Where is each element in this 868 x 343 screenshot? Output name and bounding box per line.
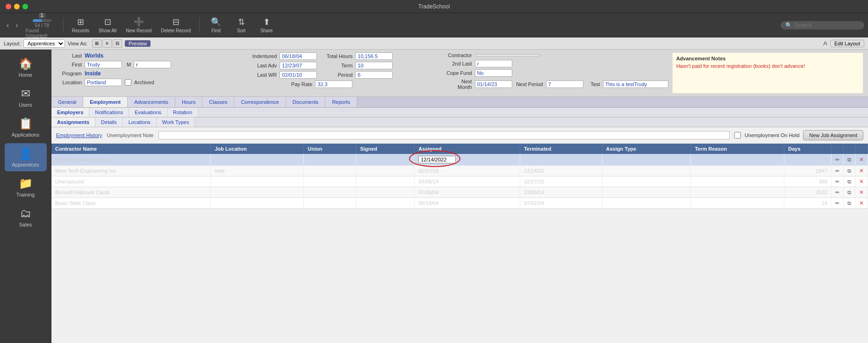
cell-delete-icon[interactable]: ✕ xyxy=(855,166,868,176)
cell-union xyxy=(304,154,356,166)
employer-tab-rotation[interactable]: Rotation xyxy=(167,108,198,117)
employer-tab-evaluations[interactable]: Evaluations xyxy=(129,108,167,117)
assignment-tab-work_types[interactable]: Work Types xyxy=(157,117,195,127)
employment-history-link[interactable]: Employment History xyxy=(56,132,102,138)
search-input[interactable] xyxy=(794,22,860,29)
employer-subtab-bar: EmployersNotificationsEvaluationsRotatio… xyxy=(51,108,868,117)
sidebar-label-apprentices: Apprentices xyxy=(12,162,39,168)
cell-term_reason xyxy=(691,187,784,198)
cell-edit-icon[interactable]: ✏ xyxy=(832,198,844,209)
header-col3: Contractor 2nd Last r Cope Fund No Next … xyxy=(446,52,668,90)
cell-edit-icon[interactable]: ✏ xyxy=(832,154,844,166)
cell-contractor_name: Bennett Hallmark Cards xyxy=(51,154,211,166)
delete-icon[interactable]: ✕ xyxy=(859,200,864,206)
fullscreen-button[interactable] xyxy=(22,4,28,9)
employer-tab-notifications[interactable]: Notifications xyxy=(89,108,129,117)
cell-copy-icon[interactable]: ⧉ xyxy=(844,154,855,166)
delete-record-button[interactable]: ⊟ Delete Record xyxy=(157,15,194,35)
cell-term_reason xyxy=(691,166,784,176)
main-tab-classes[interactable]: Classes xyxy=(202,97,234,107)
table-row[interactable]: Bennett Hallmark Cards07/06/0403/08/1435… xyxy=(51,187,868,198)
cell-signed xyxy=(356,154,415,166)
emp-right: Unemployment On Hold New Job Assignment xyxy=(734,130,863,140)
edit-icon[interactable]: ✏ xyxy=(835,200,839,206)
unemp-note-input[interactable] xyxy=(158,131,730,139)
last-adv-value: 12/23/07 xyxy=(280,62,317,69)
sidebar-item-users[interactable]: ✉ Users xyxy=(5,83,47,111)
forward-button[interactable]: › xyxy=(13,19,21,31)
new-job-assignment-button[interactable]: New Job Assignment xyxy=(803,130,863,140)
main-tab-reports[interactable]: Reports xyxy=(325,97,357,107)
cell-edit-icon[interactable]: ✏ xyxy=(832,176,844,187)
delete-icon[interactable]: ✕ xyxy=(859,178,864,185)
term-label: Term xyxy=(320,63,352,68)
employer-tab-employers[interactable]: Employers xyxy=(51,108,89,117)
minimize-button[interactable] xyxy=(14,4,20,9)
copy-icon[interactable]: ⧉ xyxy=(847,168,851,174)
table-row[interactable]: Bennett Hallmark Cards?✏⧉✕ xyxy=(51,154,868,166)
back-button[interactable]: ‹ xyxy=(4,19,12,31)
view-form-button[interactable]: ⊞ xyxy=(92,39,101,48)
preview-button[interactable]: Preview xyxy=(125,40,151,47)
delete-icon[interactable]: ✕ xyxy=(859,189,864,196)
cell-edit-icon[interactable]: ✏ xyxy=(832,166,844,176)
delete-icon[interactable]: ✕ xyxy=(859,156,864,163)
main-tab-documents[interactable]: Documents xyxy=(286,97,326,107)
cell-delete-icon[interactable]: ✕ xyxy=(855,176,868,187)
find-button[interactable]: 🔍 Find xyxy=(204,15,228,35)
suffix-value[interactable]: r xyxy=(134,61,171,68)
new-record-button[interactable]: ➕ New Record xyxy=(122,15,155,35)
indentured-value: 06/18/04 xyxy=(280,52,317,60)
delete-icon[interactable]: ✕ xyxy=(859,168,864,174)
view-table-button[interactable]: ⊟ xyxy=(113,39,122,48)
unemp-on-hold-checkbox[interactable] xyxy=(734,132,741,139)
assignment-tab-details[interactable]: Details xyxy=(95,117,123,127)
show-all-button[interactable]: ⊡ Show All xyxy=(95,15,120,35)
layout-select[interactable]: Apprentices xyxy=(23,39,65,48)
sidebar-item-applications[interactable]: 📋 Applications xyxy=(5,113,47,141)
cell-copy-icon[interactable]: ⧉ xyxy=(844,198,855,209)
assigned-input[interactable] xyxy=(418,156,456,163)
copy-icon[interactable]: ⧉ xyxy=(847,179,851,184)
main-tab-advancements[interactable]: Advancements xyxy=(128,97,175,107)
edit-icon[interactable]: ✏ xyxy=(835,168,839,174)
edit-icon[interactable]: ✏ xyxy=(835,190,839,195)
sidebar-item-sales[interactable]: 🗂 Sales xyxy=(5,203,47,231)
table-row[interactable]: Basic Skills Class06/18/0407/02/0414✏⧉✕ xyxy=(51,198,868,209)
sidebar-item-training[interactable]: 📁 Training xyxy=(5,173,47,201)
second-last-value[interactable]: r xyxy=(475,60,512,67)
cell-copy-icon[interactable]: ⧉ xyxy=(844,187,855,198)
copy-icon[interactable]: ⧉ xyxy=(847,200,851,206)
close-button[interactable] xyxy=(6,4,11,9)
edit-icon[interactable]: ✏ xyxy=(835,179,839,184)
location-value[interactable]: Portland xyxy=(85,79,122,86)
main-tab-general[interactable]: General xyxy=(51,97,83,107)
cell-delete-icon[interactable]: ✕ xyxy=(855,187,868,198)
table-row[interactable]: Metri Tech Engineering IncIntel02/27/151… xyxy=(51,166,868,176)
share-button[interactable]: ⬆ Share xyxy=(255,15,278,35)
sidebar-item-home[interactable]: 🏠 Home xyxy=(5,53,47,81)
cell-copy-icon[interactable]: ⧉ xyxy=(844,166,855,176)
main-tab-hours[interactable]: Hours xyxy=(175,97,202,107)
copy-icon[interactable]: ⧉ xyxy=(847,157,851,162)
sort-button[interactable]: ⇅ Sort xyxy=(230,15,253,35)
first-value[interactable]: Trudy xyxy=(85,61,122,68)
edit-icon[interactable]: ✏ xyxy=(835,157,839,162)
records-button[interactable]: ⊞ Records xyxy=(68,15,93,35)
sidebar-item-apprentices[interactable]: 👤 Apprentices xyxy=(5,143,47,171)
copy-icon[interactable]: ⧉ xyxy=(847,190,851,195)
table-row[interactable]: Unemployed03/08/1402/27/15356✏⧉✕ xyxy=(51,176,868,187)
main-tab-employment[interactable]: Employment xyxy=(83,97,128,107)
cell-copy-icon[interactable]: ⧉ xyxy=(844,176,855,187)
edit-layout-button[interactable]: Edit Layout xyxy=(830,40,864,47)
assignment-tab-assignments[interactable]: Assignments xyxy=(51,117,95,127)
cell-term_reason xyxy=(691,176,784,187)
cell-delete-icon[interactable]: ✕ xyxy=(855,154,868,166)
cell-edit-icon[interactable]: ✏ xyxy=(832,187,844,198)
archived-checkbox[interactable] xyxy=(125,79,131,86)
main-tab-correspondence[interactable]: Correspondence xyxy=(234,97,286,107)
contractor-value[interactable] xyxy=(475,54,540,56)
cell-delete-icon[interactable]: ✕ xyxy=(855,198,868,209)
view-list-button[interactable]: ≡ xyxy=(102,39,112,48)
assignment-tab-locations[interactable]: Locations xyxy=(123,117,157,127)
